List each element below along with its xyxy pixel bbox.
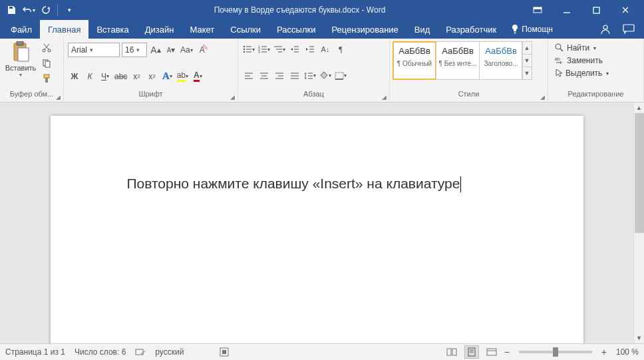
change-case-icon[interactable]: Aa▾ <box>180 43 194 57</box>
tab-design[interactable]: Дизайн <box>137 20 182 39</box>
print-layout-icon[interactable] <box>464 345 479 359</box>
numbering-icon[interactable]: 123▾ <box>257 43 271 56</box>
zoom-slider[interactable] <box>519 351 592 353</box>
dialog-launcher-icon[interactable]: ◢ <box>230 94 235 100</box>
tab-mailings[interactable]: Рассылки <box>269 20 323 39</box>
grow-font-icon[interactable]: A▴ <box>149 43 162 57</box>
tab-review[interactable]: Рецензирование <box>323 20 406 39</box>
maximize-icon[interactable] <box>581 0 611 20</box>
italic-button[interactable]: К <box>83 70 96 83</box>
find-button[interactable]: Найти ▾ <box>552 43 611 53</box>
superscript-icon[interactable]: x2 <box>145 70 158 83</box>
svg-rect-8 <box>18 48 29 61</box>
format-painter-icon[interactable] <box>40 72 53 85</box>
read-mode-icon[interactable] <box>444 345 459 359</box>
font-name-input[interactable]: Arial▾ <box>68 43 120 57</box>
svg-rect-52 <box>335 73 343 79</box>
zoom-out-button[interactable]: − <box>504 347 510 357</box>
undo-icon[interactable]: ▾ <box>21 3 36 17</box>
vertical-scrollbar[interactable]: ▲ ▼ <box>633 102 644 343</box>
ribbon-display-icon[interactable] <box>523 0 552 20</box>
macro-record-icon[interactable] <box>220 347 229 357</box>
highlight-color-icon[interactable]: ab▾ <box>176 70 189 83</box>
document-text[interactable]: Повторно нажмите клавишу «Insert» на кла… <box>127 176 462 192</box>
styles-scroll-down-icon[interactable]: ▼ <box>522 55 532 67</box>
style-normal[interactable]: АаБбВв ¶ Обычный <box>393 41 436 80</box>
tab-home[interactable]: Главная <box>40 20 88 39</box>
zoom-level[interactable]: 100 % <box>612 347 639 357</box>
svg-line-55 <box>560 49 563 51</box>
borders-icon[interactable]: ▾ <box>334 69 347 83</box>
shading-icon[interactable]: ▾ <box>319 69 332 83</box>
page[interactable]: Повторно нажмите клавишу «Insert» на кла… <box>51 116 583 343</box>
group-label-font: Шрифт <box>64 90 238 102</box>
svg-rect-61 <box>452 349 456 355</box>
shrink-font-icon[interactable]: A▾ <box>164 43 178 57</box>
user-icon[interactable] <box>600 24 611 35</box>
clear-formatting-icon[interactable]: A✎ <box>196 43 209 57</box>
scroll-thumb[interactable] <box>635 113 644 233</box>
svg-point-10 <box>48 49 51 52</box>
tab-file[interactable]: Файл <box>3 20 40 39</box>
group-label-styles: Стили <box>390 90 548 102</box>
align-left-icon[interactable] <box>242 69 255 83</box>
zoom-in-button[interactable]: + <box>601 347 607 357</box>
line-spacing-icon[interactable]: ▾ <box>303 69 317 83</box>
justify-icon[interactable] <box>288 69 301 83</box>
web-layout-icon[interactable] <box>484 345 499 359</box>
tab-layout[interactable]: Макет <box>182 20 222 39</box>
svg-rect-59 <box>222 350 226 354</box>
tab-references[interactable]: Ссылки <box>222 20 269 39</box>
font-color-icon[interactable]: A▾ <box>191 70 204 83</box>
svg-rect-14 <box>45 78 48 83</box>
underline-button[interactable]: Ч▾ <box>98 70 112 83</box>
copy-icon[interactable] <box>40 57 53 70</box>
status-word-count[interactable]: Число слов: 6 <box>75 347 126 357</box>
cursor-icon <box>555 69 563 78</box>
paste-button[interactable]: Вставить ▾ <box>4 41 37 78</box>
scroll-up-icon[interactable]: ▲ <box>634 102 644 113</box>
bold-button[interactable]: Ж <box>68 70 81 83</box>
font-size-input[interactable]: 16▾ <box>122 43 147 57</box>
styles-expand-icon[interactable]: ▼ <box>522 67 532 79</box>
status-language[interactable]: русский <box>155 347 184 357</box>
window-title: Почему в Ворде съедаются буквы.docx - Wo… <box>77 5 523 15</box>
tell-me[interactable]: Помощн <box>504 20 560 39</box>
sort-icon[interactable]: А↓ <box>319 43 332 56</box>
strikethrough-icon[interactable]: abc <box>114 70 128 83</box>
align-center-icon[interactable] <box>257 69 271 83</box>
cut-icon[interactable] <box>40 41 53 55</box>
tab-insert[interactable]: Вставка <box>88 20 136 39</box>
close-icon[interactable] <box>611 0 640 20</box>
document-area[interactable]: Повторно нажмите клавишу «Insert» на кла… <box>0 102 633 343</box>
select-button[interactable]: Выделить ▾ <box>552 68 611 79</box>
style-heading1[interactable]: АаБбВв Заголово... <box>479 41 523 80</box>
dialog-launcher-icon[interactable]: ◢ <box>382 94 387 100</box>
dialog-launcher-icon[interactable]: ◢ <box>56 94 61 100</box>
tab-view[interactable]: Вид <box>406 20 438 39</box>
status-page[interactable]: Страница 1 из 1 <box>5 347 65 357</box>
svg-point-19 <box>243 51 245 53</box>
chevron-down-icon: ▾ <box>606 71 609 77</box>
chevron-down-icon: ▾ <box>593 45 596 51</box>
align-right-icon[interactable] <box>273 69 286 83</box>
style-no-spacing[interactable]: АаБбВв ¶ Без инте... <box>436 41 480 80</box>
styles-scroll-up-icon[interactable]: ▲ <box>522 42 532 55</box>
minimize-icon[interactable] <box>552 0 581 20</box>
tab-developer[interactable]: Разработчик <box>438 20 504 39</box>
comment-icon[interactable] <box>623 24 635 35</box>
save-icon[interactable] <box>4 3 19 17</box>
spellcheck-icon[interactable] <box>135 347 146 357</box>
subscript-icon[interactable]: x2 <box>130 70 143 83</box>
text-effects-icon[interactable]: A▾ <box>160 70 174 83</box>
bullets-icon[interactable]: ▾ <box>242 43 255 56</box>
decrease-indent-icon[interactable] <box>288 43 301 56</box>
dialog-launcher-icon[interactable]: ◢ <box>540 94 545 100</box>
replace-button[interactable]: ab Заменить <box>552 55 611 66</box>
redo-icon[interactable] <box>39 3 53 17</box>
show-marks-icon[interactable]: ¶ <box>334 43 347 56</box>
multilevel-list-icon[interactable]: ▾ <box>273 43 286 56</box>
scroll-down-icon[interactable]: ▼ <box>634 333 644 343</box>
increase-indent-icon[interactable] <box>303 43 317 56</box>
qat-customize-icon[interactable]: ▾ <box>62 3 77 17</box>
